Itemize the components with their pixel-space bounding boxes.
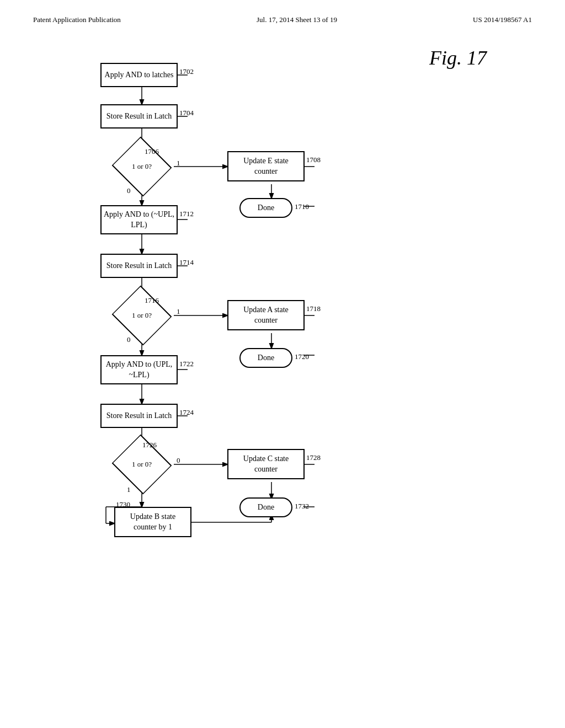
box-1708: Update E state counter <box>227 151 305 181</box>
diamond-1716: 1 or 0? <box>111 296 172 335</box>
box-1702: Apply AND to latches <box>100 63 178 87</box>
pill-1732: Done <box>239 497 292 517</box>
ref-1722: 1722 <box>179 360 194 368</box>
box-1722: Apply AND to (UPL, ~LPL) <box>100 355 178 384</box>
ref-1728: 1728 <box>306 453 321 462</box>
diamond-1706: 1 or 0? <box>111 147 172 186</box>
header-publication-label: Patent Application Publication <box>33 15 121 24</box>
ref-1708: 1708 <box>306 156 321 164</box>
pill-1720: Done <box>239 348 292 368</box>
page: Patent Application Publication Jul. 17, … <box>0 0 565 728</box>
arrow-label-0-1726: 0 <box>177 456 180 465</box>
arrow-label-1-1726: 1 <box>127 485 131 494</box>
pill-1710: Done <box>239 198 292 218</box>
ref-1714: 1714 <box>179 258 194 267</box>
box-1712: Apply AND to (~UPL, LPL) <box>100 205 178 234</box>
diagram-area: Fig. 17 <box>34 30 531 703</box>
box-1718: Update A state counter <box>227 300 305 330</box>
ref-1724: 1724 <box>179 408 194 417</box>
ref-1730: 1730 <box>116 500 130 509</box>
ref-1702: 1702 <box>179 67 194 76</box>
ref-1720: 1720 <box>295 352 309 361</box>
box-1730: Update B state counter by 1 <box>114 507 191 537</box>
box-1728: Update C state counter <box>227 449 305 479</box>
header: Patent Application Publication Jul. 17, … <box>0 0 565 24</box>
ref-1710: 1710 <box>295 202 309 211</box>
header-patent-number: US 2014/198567 A1 <box>473 15 532 24</box>
ref-1726: 1726 <box>142 441 157 449</box>
diamond-1726: 1 or 0? <box>111 445 172 484</box>
ref-1712: 1712 <box>179 210 194 218</box>
box-1714: Store Result in Latch <box>100 254 178 278</box>
ref-1706: 1706 <box>145 147 159 156</box>
box-1724: Store Result in Latch <box>100 404 178 428</box>
ref-1718: 1718 <box>306 304 321 313</box>
ref-1732: 1732 <box>295 502 309 511</box>
box-1704: Store Result in Latch <box>100 104 178 129</box>
arrow-label-1: 1 <box>177 159 180 168</box>
arrow-label-0-1706: 0 <box>127 186 131 195</box>
fig-label: Fig. 17 <box>429 46 487 69</box>
arrow-label-1-1716: 1 <box>177 307 180 316</box>
header-date-sheet: Jul. 17, 2014 Sheet 13 of 19 <box>257 15 337 24</box>
ref-1704: 1704 <box>179 109 194 117</box>
arrow-label-0-1716: 0 <box>127 335 131 344</box>
ref-1716: 1716 <box>145 296 159 305</box>
